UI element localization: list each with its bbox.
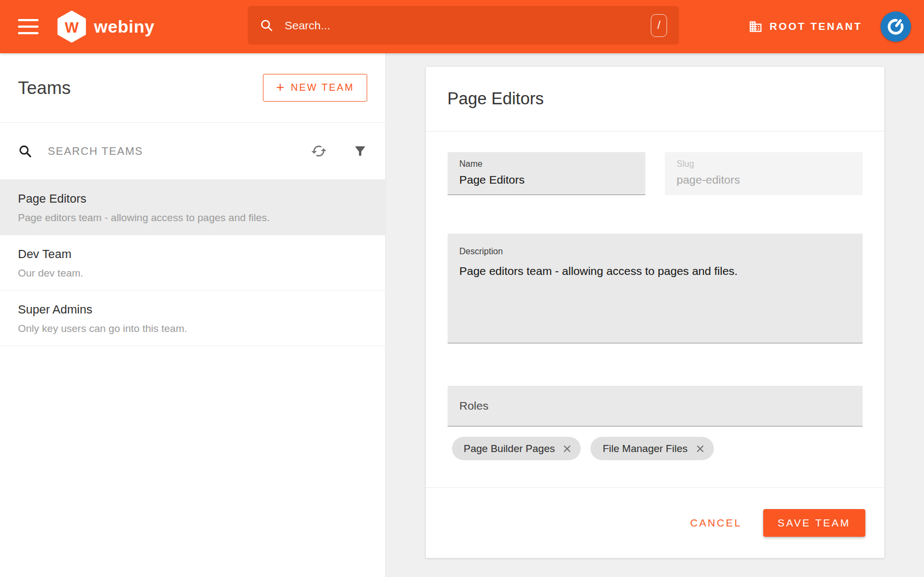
slug-field: Slug page-editors	[665, 152, 863, 195]
close-icon	[695, 443, 706, 454]
refresh-icon	[311, 143, 327, 159]
search-icon	[18, 144, 33, 159]
roles-chips: Page Builder Pages File Manager Files	[448, 437, 863, 460]
name-field-label: Name	[460, 159, 633, 169]
new-team-button[interactable]: + NEW TEAM	[263, 74, 367, 102]
filter-button[interactable]	[353, 144, 367, 158]
menu-button[interactable]	[18, 17, 42, 36]
webiny-logo: W webiny	[57, 10, 154, 43]
building-icon	[749, 20, 763, 34]
team-list-item-dev-team[interactable]: Dev Team Our dev team.	[0, 235, 385, 291]
teams-list-panel: Teams + NEW TEAM	[0, 53, 386, 577]
teams-search-input[interactable]	[48, 145, 311, 158]
filter-icon	[353, 144, 367, 158]
tenant-selector[interactable]: ROOT TENANT	[749, 20, 862, 34]
chip-remove-button[interactable]	[695, 443, 706, 454]
hamburger-icon	[18, 32, 39, 34]
teams-panel-header: Teams + NEW TEAM	[0, 53, 385, 123]
form-header: Page Editors	[426, 67, 884, 131]
slug-field-value: page-editors	[677, 173, 851, 187]
svg-text:W: W	[65, 20, 79, 36]
hamburger-icon	[18, 26, 39, 28]
chip-label: Page Builder Pages	[464, 443, 555, 455]
team-form-card: Page Editors Name Page Editors Slug page…	[426, 67, 884, 558]
slash-shortcut-badge: /	[651, 14, 667, 37]
teams-search-bar	[0, 123, 385, 179]
roles-field[interactable]: Roles	[448, 386, 863, 427]
description-field-label: Description	[460, 247, 851, 256]
webiny-hexagon-icon: W	[57, 10, 86, 43]
form-title: Page Editors	[448, 89, 544, 109]
team-list-item-page-editors[interactable]: Page Editors Page editors team - allowin…	[0, 180, 385, 235]
role-chip-page-builder-pages[interactable]: Page Builder Pages	[452, 437, 581, 460]
chip-remove-button[interactable]	[562, 443, 573, 454]
search-icon	[260, 18, 274, 33]
slug-field-label: Slug	[677, 159, 851, 169]
webiny-admin-app: W webiny / ROOT TENANT	[0, 0, 924, 577]
team-list-item-super-admins[interactable]: Super Admins Only key users can go into …	[0, 291, 385, 346]
role-chip-file-manager-files[interactable]: File Manager Files	[590, 437, 713, 460]
hamburger-icon	[18, 19, 39, 21]
main-layout: Teams + NEW TEAM	[0, 53, 924, 577]
global-search[interactable]: /	[248, 6, 679, 45]
brand-wordmark: webiny	[94, 17, 154, 37]
page-title: Teams	[18, 78, 71, 98]
form-footer: CANCEL SAVE TEAM	[426, 487, 884, 558]
chip-label: File Manager Files	[602, 443, 687, 455]
team-list: Page Editors Page editors team - allowin…	[0, 179, 385, 346]
tenant-label: ROOT TENANT	[770, 21, 862, 33]
description-field-value: Page editors team - allowing access to p…	[460, 264, 851, 278]
new-team-label: NEW TEAM	[291, 82, 354, 93]
name-field[interactable]: Name Page Editors	[448, 152, 645, 195]
power-icon	[886, 17, 906, 36]
name-field-value: Page Editors	[460, 173, 633, 187]
close-icon	[562, 443, 573, 454]
roles-field-label: Roles	[460, 399, 489, 412]
save-team-button[interactable]: SAVE TEAM	[763, 509, 865, 537]
plus-icon: +	[276, 79, 284, 96]
description-field[interactable]: Description Page editors team - allowing…	[448, 234, 863, 343]
form-body: Name Page Editors Slug page-editors Desc…	[426, 131, 884, 487]
top-app-bar: W webiny / ROOT TENANT	[0, 0, 924, 53]
topbar-right: ROOT TENANT	[749, 11, 911, 42]
user-avatar[interactable]	[881, 11, 911, 42]
refresh-button[interactable]	[311, 143, 327, 159]
cancel-button[interactable]: CANCEL	[683, 512, 748, 535]
global-search-input[interactable]	[285, 19, 651, 32]
team-details-area: Page Editors Name Page Editors Slug page…	[386, 53, 924, 577]
